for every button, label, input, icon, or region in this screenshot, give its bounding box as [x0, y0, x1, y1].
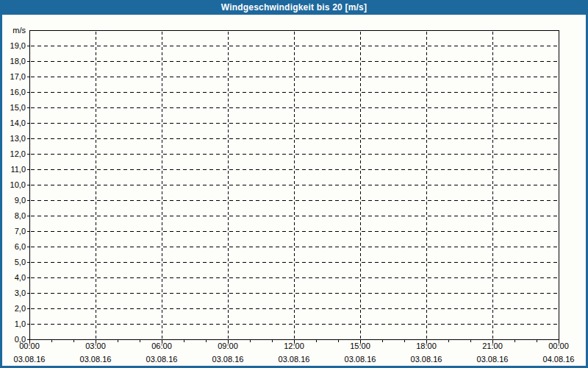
x-axis-date-label: 03.08.16: [80, 355, 112, 364]
y-axis-tick-label: 17,0: [10, 72, 26, 81]
y-axis-tick-label: 16,0: [10, 88, 26, 96]
y-axis-tick-label: 5,0: [15, 258, 26, 266]
x-axis-time-label: 00:00: [548, 342, 569, 350]
x-axis-date-label: 03.08.16: [14, 355, 46, 364]
x-axis-time-label: 00:00: [19, 342, 40, 350]
x-axis-date-label: 03.08.16: [279, 355, 310, 364]
wind-speed-chart: 0,01,02,03,04,05,06,07,08,09,010,011,012…: [0, 0, 588, 368]
y-axis-tick-label: 4,0: [15, 273, 26, 282]
x-axis-time-label: 15:00: [350, 342, 370, 350]
x-axis-date-label: 03.08.16: [345, 355, 376, 364]
y-axis-tick-label: 13,0: [10, 134, 26, 143]
y-axis-tick-label: 8,0: [15, 211, 26, 220]
x-axis-time-label: 21:00: [482, 342, 503, 350]
y-axis-tick-label: 9,0: [15, 196, 26, 205]
y-axis-tick-label: 3,0: [15, 289, 26, 297]
chart-window: Windgeschwindigkeit bis 20 [m/s] 0,01,02…: [0, 0, 588, 368]
y-axis-tick-label: 7,0: [15, 227, 26, 236]
y-axis-tick-label: 2,0: [15, 304, 26, 313]
x-axis-date-label: 03.08.16: [146, 355, 178, 364]
plot-border: [30, 31, 559, 340]
y-axis-tick-label: 12,0: [10, 149, 26, 158]
y-axis-tick-label: 18,0: [10, 57, 26, 66]
x-axis-time-label: 12:00: [284, 342, 304, 350]
y-axis-tick-label: 19,0: [10, 41, 26, 50]
y-axis-tick-label: 10,0: [10, 180, 26, 189]
y-axis-tick-label: 1,0: [15, 319, 26, 328]
x-axis-date-label: 04.08.16: [543, 355, 575, 364]
y-axis-tick-label: 6,0: [15, 242, 26, 251]
y-axis-tick-label: 14,0: [10, 118, 26, 127]
y-axis-unit-label: m/s: [12, 26, 26, 35]
x-axis-time-label: 18:00: [416, 342, 437, 350]
y-axis-tick-label: 11,0: [10, 165, 26, 174]
y-axis-tick-label: 15,0: [10, 103, 26, 112]
x-axis-date-label: 03.08.16: [477, 355, 509, 364]
x-axis-time-label: 09:00: [218, 342, 238, 350]
x-axis-time-label: 03:00: [85, 342, 106, 350]
x-axis-date-label: 03.08.16: [411, 355, 442, 364]
x-axis-time-label: 06:00: [151, 342, 172, 350]
x-axis-date-label: 03.08.16: [212, 355, 244, 364]
